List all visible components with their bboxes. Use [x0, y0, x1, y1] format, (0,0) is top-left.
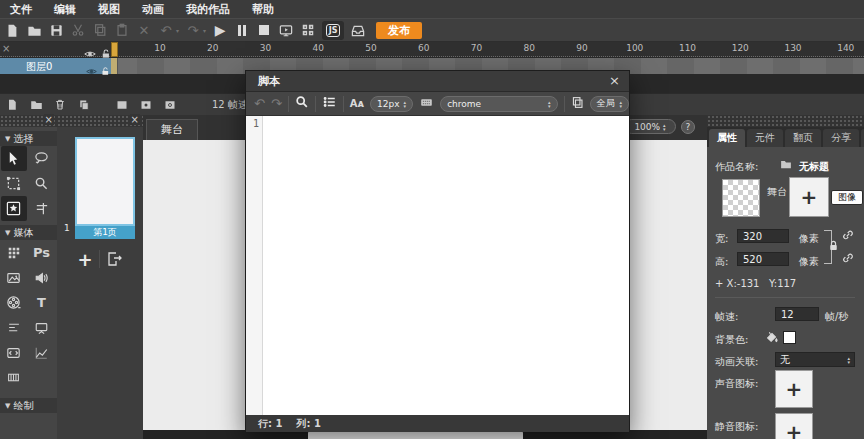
js-script-button[interactable]: JS — [322, 21, 344, 40]
environment-icon[interactable] — [419, 94, 434, 113]
script-dialog-titlebar[interactable]: 脚本 × — [246, 71, 629, 92]
presentation-tool[interactable] — [29, 315, 55, 340]
page-caption[interactable]: 第1页 — [75, 226, 135, 239]
transform-tool[interactable] — [1, 171, 27, 196]
script-copy-icon[interactable] — [571, 94, 584, 113]
stage-tab[interactable]: 舞台 — [146, 119, 198, 140]
section-draw[interactable]: ▼ 绘制 — [0, 398, 57, 413]
add-page-button[interactable]: + — [71, 249, 99, 270]
keyframe-cell[interactable] — [111, 58, 118, 74]
height-input[interactable]: 520 — [737, 252, 789, 266]
audio-tool[interactable] — [29, 265, 55, 290]
preview-monitor-icon[interactable] — [278, 22, 294, 39]
image-type-button[interactable]: 图像 — [831, 190, 863, 205]
stage-color-swatch[interactable] — [722, 179, 760, 217]
work-name-value[interactable]: 无标题 — [799, 160, 829, 174]
redo-caret-icon[interactable]: ▾ — [203, 27, 206, 34]
tab-元件[interactable]: 元件 — [747, 129, 783, 147]
tab-属性[interactable]: 属性 — [709, 129, 745, 147]
width-link-icon[interactable] — [841, 228, 855, 244]
assets-grid-tool[interactable] — [1, 240, 27, 265]
menu-item[interactable]: 帮助 — [252, 2, 274, 17]
fps-input[interactable]: 12 — [775, 307, 819, 321]
properties-panel-handle[interactable] — [707, 115, 864, 127]
font-size-select[interactable]: 12px ▴▾ — [370, 96, 413, 112]
save-icon[interactable] — [48, 22, 64, 39]
filmstrip-tool[interactable] — [1, 365, 27, 390]
add-sound-icon-button[interactable]: + — [775, 370, 813, 408]
delete-icon[interactable]: ✕ — [136, 22, 152, 39]
script-list-icon[interactable] — [322, 94, 337, 113]
duplicate-layer-icon[interactable] — [76, 96, 92, 113]
insert-keyframe-icon[interactable] — [138, 96, 154, 113]
paragraph-tool[interactable] — [1, 315, 27, 340]
browser-select[interactable]: chrome ▴▾ — [440, 96, 557, 112]
select-tool[interactable] — [1, 146, 27, 171]
stop-icon[interactable] — [256, 22, 272, 39]
page-thumbnail[interactable] — [75, 137, 135, 226]
video-tool[interactable] — [1, 290, 27, 315]
aspect-lock-icon[interactable] — [827, 239, 840, 254]
insert-blank-keyframe-icon[interactable] — [162, 96, 178, 113]
script-editor[interactable]: 1 — [246, 116, 629, 415]
bg-color-swatch[interactable] — [783, 331, 796, 344]
menu-item[interactable]: 视图 — [98, 2, 120, 17]
tools-panel-close-icon[interactable]: × — [44, 114, 54, 125]
script-undo-icon[interactable]: ↶ — [254, 96, 265, 111]
insert-frame-icon[interactable] — [114, 96, 130, 113]
playhead[interactable] — [111, 42, 118, 57]
chart-tool[interactable] — [29, 340, 55, 365]
open-file-icon[interactable] — [26, 22, 42, 39]
lasso-tool[interactable] — [29, 146, 55, 171]
canvas[interactable] — [308, 431, 523, 439]
layer-visibility-icon[interactable] — [86, 61, 97, 80]
pause-icon[interactable] — [234, 22, 250, 39]
photoshop-import-tool[interactable]: Ps — [29, 240, 55, 265]
zoom-tool[interactable] — [29, 171, 55, 196]
duplicate-page-button[interactable] — [100, 251, 128, 267]
add-mute-icon-button[interactable]: + — [775, 413, 813, 439]
menu-item[interactable]: 编辑 — [54, 2, 76, 17]
measure-tool[interactable] — [29, 196, 55, 221]
export-tray-icon[interactable] — [350, 22, 366, 39]
redo-icon[interactable]: ↷ — [185, 22, 201, 39]
tab-翻页[interactable]: 翻页 — [785, 129, 821, 147]
undo-icon[interactable]: ↶ — [158, 22, 174, 39]
tools-panel-handle[interactable]: × — [0, 115, 57, 127]
new-file-icon[interactable] — [4, 22, 20, 39]
section-select[interactable]: ▼ 选择 — [0, 131, 57, 146]
pages-panel-handle[interactable]: × — [57, 115, 143, 127]
timeline-ruler[interactable]: × 102030405060708090100110120130140 — [0, 42, 864, 57]
menu-item[interactable]: 文件 — [10, 2, 32, 17]
pages-panel-close-icon[interactable]: × — [130, 114, 140, 125]
qr-preview-icon[interactable] — [300, 22, 316, 39]
zoom-level-select[interactable]: 100% ▴▾ — [624, 119, 676, 134]
new-folder-icon[interactable] — [28, 96, 44, 113]
add-stage-image-button[interactable]: + — [789, 177, 829, 217]
delete-layer-icon[interactable] — [52, 96, 68, 113]
layer-row[interactable]: 图层0 — [0, 58, 111, 74]
copy-icon[interactable] — [92, 22, 108, 39]
scope-select[interactable]: 全局 ▴▾ — [590, 96, 629, 112]
menu-item[interactable]: 我的作品 — [186, 2, 230, 17]
paste-icon[interactable] — [114, 22, 130, 39]
script-search-icon[interactable] — [295, 94, 309, 113]
paint-bucket-icon[interactable] — [765, 330, 779, 346]
image-tool[interactable] — [1, 265, 27, 290]
cut-icon[interactable] — [70, 22, 86, 39]
timeline-close-icon[interactable]: × — [2, 43, 10, 54]
width-input[interactable]: 320 — [737, 229, 789, 243]
script-redo-icon[interactable]: ↷ — [271, 96, 282, 111]
height-link-icon[interactable] — [841, 251, 855, 267]
symbol-tool[interactable] — [1, 196, 27, 221]
section-media[interactable]: ▼ 媒体 — [0, 225, 57, 240]
play-icon[interactable]: ▶ — [212, 22, 228, 39]
new-layer-icon[interactable] — [4, 96, 20, 113]
code-widget-tool[interactable] — [1, 340, 27, 365]
menu-item[interactable]: 动画 — [142, 2, 164, 17]
help-button[interactable]: ? — [681, 120, 695, 134]
undo-caret-icon[interactable]: ▾ — [176, 27, 179, 34]
tab-分享[interactable]: 分享 — [823, 129, 859, 147]
script-dialog-close-icon[interactable]: × — [609, 73, 620, 88]
anim-link-select[interactable]: 无 ▴▾ — [775, 352, 855, 367]
